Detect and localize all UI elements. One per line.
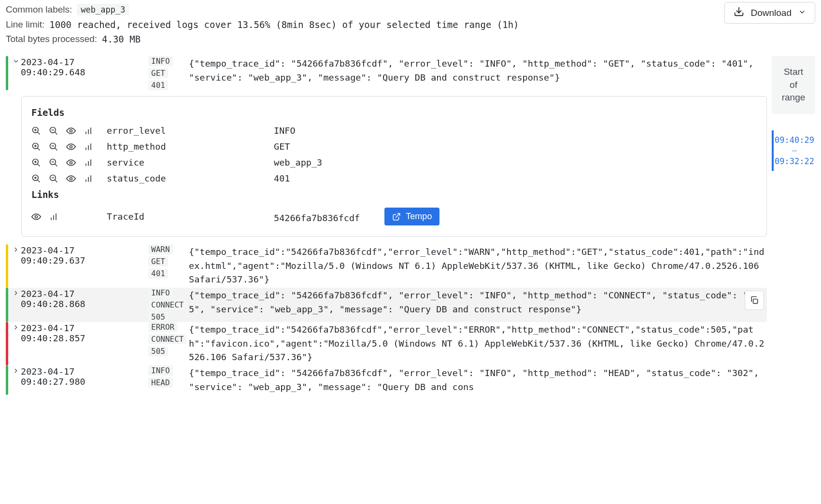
start-of-range-badge: Start of range: [772, 56, 815, 114]
log-tag: CONNECT: [148, 334, 186, 344]
copy-button[interactable]: [745, 291, 764, 310]
log-tags: WARNGET401: [145, 244, 187, 279]
chevron-down-icon: [798, 8, 806, 18]
log-tag: 401: [148, 268, 168, 279]
stats-icon[interactable]: [84, 174, 93, 183]
eye-icon[interactable]: [66, 142, 76, 152]
field-key: status_code: [107, 173, 271, 183]
line-limit-label: Line limit:: [6, 19, 44, 30]
field-row: service web_app_3: [31, 154, 757, 170]
log-tags: INFOCONNECT505: [145, 288, 187, 322]
tempo-label: Tempo: [406, 211, 432, 222]
zoom-in-icon[interactable]: [31, 142, 41, 152]
field-value: GET: [274, 141, 757, 152]
log-body: {"tempo_trace_id": "54266fa7b836fcdf", "…: [187, 56, 767, 85]
log-row[interactable]: 2023-04-17 09:40:29.648 INFOGET401 {"tem…: [6, 56, 767, 90]
log-tag: INFO: [148, 365, 173, 376]
log-body: {"tempo_trace_id": "54266fa7b836fcdf", "…: [187, 365, 767, 395]
log-tag: ERROR: [148, 322, 177, 332]
chevron-right-icon[interactable]: [12, 365, 20, 377]
chevron-right-icon[interactable]: [12, 244, 20, 255]
log-tag: INFO: [148, 288, 173, 298]
zoom-in-icon[interactable]: [31, 174, 41, 183]
field-value: INFO: [274, 126, 757, 136]
link-value: 54266fa7b836fcdf Tempo: [274, 208, 757, 225]
log-body: {"tempo_trace_id": "54266fa7b836fcdf", "…: [187, 288, 767, 317]
log-row[interactable]: 2023-04-17 09:40:27.980 INFOHEAD {"tempo…: [6, 365, 767, 395]
stats-icon[interactable]: [49, 212, 58, 222]
log-details-panel: Fields error_level INFO http_method GET …: [21, 96, 767, 237]
log-tags: INFOHEAD: [145, 365, 187, 388]
field-row: error_level INFO: [31, 123, 757, 139]
zoom-out-icon[interactable]: [49, 174, 58, 183]
link-key: TraceId: [107, 211, 271, 222]
field-row: http_method GET: [31, 139, 757, 154]
download-label: Download: [751, 8, 792, 18]
field-key: error_level: [107, 126, 271, 136]
log-tag: WARN: [148, 244, 173, 254]
field-value: web_app_3: [274, 157, 757, 168]
log-tag: 401: [148, 80, 168, 90]
common-labels-label: Common labels:: [6, 4, 72, 15]
zoom-in-icon[interactable]: [31, 126, 41, 136]
log-timestamp: 2023-04-17 09:40:28.868: [20, 288, 145, 310]
zoom-in-icon[interactable]: [31, 158, 41, 168]
log-tag: GET: [148, 256, 168, 266]
log-body: {"tempo_trace_id":"54266fa7b836fcdf","er…: [187, 244, 767, 288]
eye-icon[interactable]: [66, 126, 76, 136]
zoom-out-icon[interactable]: [49, 158, 58, 168]
bytes-label: Total bytes processed:: [6, 34, 97, 44]
level-indicator: [6, 244, 8, 288]
level-indicator: [6, 288, 8, 322]
zoom-out-icon[interactable]: [49, 142, 58, 152]
level-indicator: [6, 322, 8, 365]
zoom-out-icon[interactable]: [49, 126, 58, 136]
log-row[interactable]: 2023-04-17 09:40:28.857 ERRORCONNECT505 …: [6, 322, 767, 365]
log-tag: HEAD: [148, 378, 173, 388]
level-indicator: [6, 56, 8, 90]
field-key: service: [107, 157, 271, 168]
field-row: status_code 401: [31, 170, 757, 186]
download-button[interactable]: Download: [724, 2, 816, 24]
line-limit-value: 1000 reached, received logs cover 13.56%…: [49, 19, 519, 30]
log-row[interactable]: 2023-04-17 09:40:28.868 INFOCONNECT505 {…: [6, 288, 767, 322]
log-tag: CONNECT: [148, 300, 186, 310]
chevron-right-icon[interactable]: [12, 288, 20, 299]
log-tags: ERRORCONNECT505: [145, 322, 187, 356]
log-tag: INFO: [148, 56, 173, 66]
log-tags: INFOGET401: [145, 56, 187, 90]
tempo-button[interactable]: Tempo: [384, 208, 439, 225]
fields-heading: Fields: [31, 107, 757, 118]
log-tag: GET: [148, 68, 168, 78]
bytes-value: 4.30 MB: [102, 34, 141, 44]
eye-icon[interactable]: [66, 174, 76, 183]
download-icon: [734, 6, 744, 19]
log-timestamp: 2023-04-17 09:40:29.637: [20, 244, 145, 266]
field-key: http_method: [107, 141, 271, 152]
log-tag: 505: [148, 312, 168, 322]
common-label-chip[interactable]: web_app_3: [77, 4, 129, 15]
eye-icon[interactable]: [66, 158, 76, 168]
stats-icon[interactable]: [84, 126, 93, 136]
level-indicator: [6, 365, 8, 395]
eye-icon[interactable]: [31, 212, 41, 222]
log-tag: 505: [148, 346, 168, 356]
log-timestamp: 2023-04-17 09:40:29.648: [20, 56, 145, 78]
log-body: {"tempo_trace_id":"54266fa7b836fcdf","er…: [187, 322, 767, 365]
chevron-down-icon[interactable]: [12, 56, 20, 67]
log-timestamp: 2023-04-17 09:40:27.980: [20, 365, 145, 388]
log-timestamp: 2023-04-17 09:40:28.857: [20, 322, 145, 344]
links-heading: Links: [31, 189, 757, 200]
timeline-marker: 09:40:29 — 09:32:22: [772, 130, 815, 171]
stats-icon[interactable]: [84, 142, 93, 152]
log-row[interactable]: 2023-04-17 09:40:29.637 WARNGET401 {"tem…: [6, 244, 767, 288]
stats-icon[interactable]: [84, 158, 93, 168]
link-row: TraceId 54266fa7b836fcdf Tempo: [31, 205, 757, 228]
chevron-right-icon[interactable]: [12, 322, 20, 333]
field-value: 401: [274, 173, 757, 183]
